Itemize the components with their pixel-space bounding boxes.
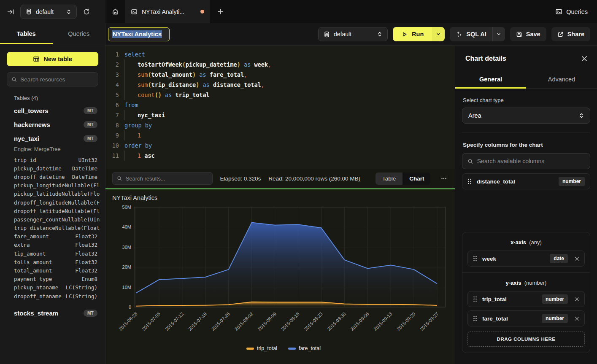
share-icon — [557, 31, 564, 38]
view-toggle-table[interactable]: Table — [375, 173, 403, 185]
more-options-button[interactable] — [438, 175, 450, 182]
refresh-button[interactable] — [83, 8, 90, 16]
run-button[interactable]: Run — [393, 27, 432, 41]
area-chart-canvas[interactable]: 010M20M30M40M50M2015-06-282015-07-052015… — [112, 203, 454, 343]
sql-ai-label: SQL AI — [466, 31, 486, 38]
sql-ai-button[interactable]: SQL AI — [450, 27, 492, 41]
column-type: DateTime — [72, 165, 97, 172]
remove-column-button[interactable] — [573, 316, 579, 321]
query-tab[interactable]: NYTaxi Analyti... — [125, 0, 210, 23]
table-item[interactable]: cell_towersMT — [7, 104, 98, 118]
code-line: 91 — [105, 130, 455, 140]
chevron-updown-icon — [377, 31, 382, 37]
column-item[interactable]: dropoff_longitudeNullable(F — [14, 198, 97, 207]
column-item[interactable]: pickup_latitudeNullable(Flo — [14, 190, 97, 198]
column-item[interactable]: trip_idUInt32 — [14, 156, 97, 164]
drag-columns-drop-zone[interactable]: DRAG COLUMNS HERE — [467, 332, 585, 347]
sidebar-search[interactable] — [7, 72, 98, 86]
column-chip-week[interactable]: weekdate — [467, 251, 585, 267]
save-button[interactable]: Save — [510, 27, 546, 41]
svg-text:2015-08-23: 2015-08-23 — [303, 311, 324, 332]
column-item[interactable]: tip_amountFloat32 — [14, 249, 97, 258]
table-item[interactable]: stocks_streamMT — [7, 306, 98, 320]
home-tab[interactable] — [105, 0, 125, 23]
column-type: UInt32 — [78, 157, 97, 163]
tab-tables[interactable]: Tables — [0, 23, 53, 44]
columns-search[interactable] — [462, 153, 590, 169]
column-item[interactable]: dropoff_datetimeDateTime — [14, 173, 97, 181]
drag-handle[interactable] — [473, 256, 477, 262]
app-window: default NYTaxi Analyti... Queri — [0, 0, 597, 364]
remove-column-button[interactable] — [573, 256, 579, 261]
column-item[interactable]: extraFloat32 — [14, 241, 97, 249]
drag-handle[interactable] — [473, 315, 477, 321]
chevron-updown-icon — [66, 9, 71, 15]
search-icon — [117, 175, 122, 181]
tab-queries[interactable]: Queries — [53, 23, 105, 44]
column-item[interactable]: pickup_longitudeNullable(Fl — [14, 181, 97, 190]
close-icon — [581, 55, 588, 62]
columns-section-label: Specify columns for the chart — [463, 142, 590, 148]
chart-type-select[interactable]: Area — [462, 108, 590, 124]
table-item[interactable]: nyc_taxiMT — [7, 132, 98, 146]
column-chip-fare_total[interactable]: fare_totalnumber — [467, 310, 585, 326]
remove-column-button[interactable] — [573, 297, 579, 302]
legend-item-trip_total[interactable]: trip_total — [246, 345, 277, 351]
column-item[interactable]: tolls_amountFloat32 — [14, 258, 97, 266]
new-tab-button[interactable] — [210, 0, 230, 23]
column-chip-trip_total[interactable]: trip_totalnumber — [467, 291, 585, 307]
database-selector[interactable]: default — [20, 5, 77, 19]
line-number: 5 — [105, 90, 124, 100]
tab-advanced[interactable]: Advanced — [526, 70, 597, 88]
sql-editor[interactable]: 1select2toStartOfWeek(pickup_datetime) a… — [105, 46, 455, 169]
column-item[interactable]: dropoff_latitudeNullable(Fl — [14, 207, 97, 215]
column-item[interactable]: fare_amountFloat32 — [14, 232, 97, 241]
sidebar-search-input[interactable] — [20, 76, 94, 83]
columns-list: trip_idUInt32pickup_datetimeDateTimedrop… — [7, 156, 98, 303]
chart-details-header: Chart details — [455, 46, 597, 70]
column-name: tolls_amount — [14, 259, 52, 265]
query-title-input[interactable]: NYTaxi Analytics — [108, 27, 170, 41]
column-item[interactable]: total_amountFloat32 — [14, 266, 97, 275]
drag-handle[interactable] — [473, 296, 477, 302]
view-toggle-chart[interactable]: Chart — [403, 173, 430, 185]
available-columns-list: distance_totalnumber — [462, 169, 590, 189]
columns-search-input[interactable] — [477, 158, 585, 164]
results-search[interactable] — [112, 172, 213, 185]
results-search-input[interactable] — [126, 175, 208, 182]
column-chip-name: trip_total — [482, 296, 537, 302]
database-icon — [26, 8, 32, 15]
engine-badge: MT — [84, 121, 97, 128]
run-options-button[interactable] — [432, 27, 445, 41]
results-chart[interactable]: 010M20M30M40M50M2015-06-282015-07-052015… — [112, 203, 455, 345]
database-icon — [324, 31, 330, 38]
sidebar-collapse-button[interactable] — [7, 8, 14, 16]
column-type: Nullable(Float — [55, 225, 100, 231]
svg-text:2015-09-27: 2015-09-27 — [419, 311, 439, 332]
editor-pane: 1select2toStartOfWeek(pickup_datetime) a… — [105, 46, 455, 364]
column-type: LC(String) — [66, 284, 97, 291]
table-name: hackernews — [14, 121, 84, 128]
column-item[interactable]: dropoff_ntanameLC(String) — [14, 292, 97, 300]
run-button-group: Run — [393, 27, 445, 41]
table-item[interactable]: hackernewsMT — [7, 118, 98, 132]
drag-handle[interactable] — [467, 178, 472, 184]
share-button[interactable]: Share — [551, 27, 590, 41]
legend-item-fare_total[interactable]: fare_total — [288, 345, 321, 351]
run-database-selector[interactable]: default — [318, 27, 388, 41]
column-chip-distance_total[interactable]: distance_totalnumber — [462, 173, 590, 189]
new-table-button[interactable]: New table — [7, 52, 98, 66]
code-line: 1select — [105, 49, 455, 59]
tab-general[interactable]: General — [455, 70, 526, 88]
code-text: from — [124, 100, 138, 110]
column-item[interactable]: payment_typeEnum8 — [14, 275, 97, 283]
column-item[interactable]: pickup_datetimeDateTime — [14, 164, 97, 173]
column-item[interactable]: pickup_ntanameLC(String) — [14, 283, 97, 292]
topbar-left: default — [0, 0, 105, 23]
sql-ai-options-button[interactable] — [492, 27, 505, 41]
queries-button[interactable]: Queries — [555, 8, 588, 15]
close-panel-button[interactable] — [581, 55, 588, 62]
column-item[interactable]: trip_distanceNullable(Float — [14, 224, 97, 232]
x-axis-label: x-axis — [511, 239, 526, 245]
column-item[interactable]: passenger_countNullable(UIn — [14, 215, 97, 224]
